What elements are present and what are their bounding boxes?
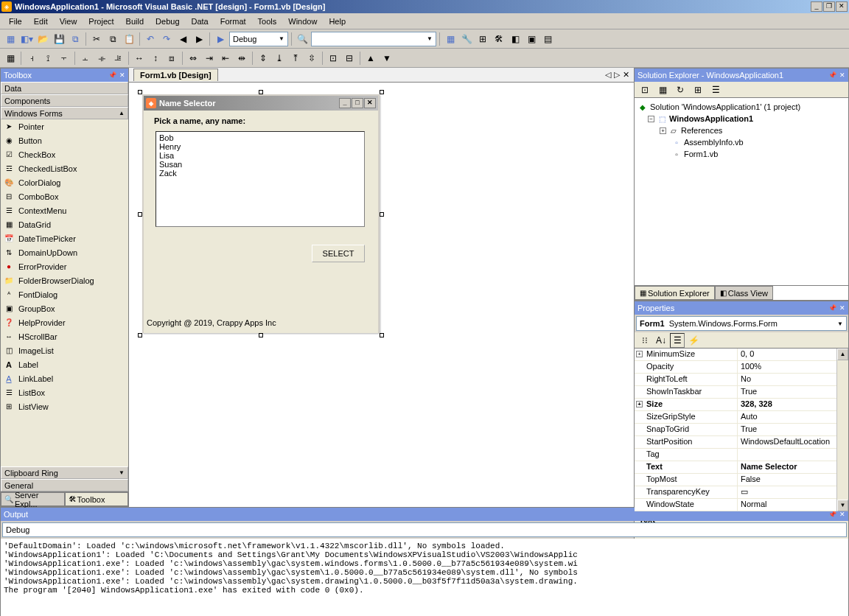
open-icon[interactable]: 📂 (35, 32, 50, 46)
property-row[interactable]: SizeGripStyleAuto (635, 411, 848, 424)
property-row[interactable]: TopMostFalse (635, 474, 848, 486)
hspace-remove-icon[interactable]: ⇹ (234, 51, 249, 66)
scroll-up-icon[interactable]: ▲ (837, 349, 848, 360)
property-grid[interactable]: ▲▼ MinimumSize+0, 0Opacity100%RightToLef… (635, 349, 848, 511)
doc-tab-form1-design[interactable]: Form1.vb [Design] (133, 69, 218, 81)
menu-edit[interactable]: Edit (28, 15, 54, 28)
close-icon[interactable]: ✕ (839, 71, 845, 79)
find-combo[interactable]: ▼ (311, 32, 436, 46)
align-bottom-icon[interactable]: ⫡ (111, 51, 125, 66)
property-row[interactable]: Opacity100% (635, 361, 848, 374)
property-row[interactable]: WindowStateNormal (635, 499, 848, 511)
toolbox-icon[interactable]: 🛠 (492, 32, 506, 46)
center-vert-icon[interactable]: ⊟ (342, 51, 357, 66)
tool-label[interactable]: ALabel (1, 357, 128, 371)
redo-icon[interactable]: ↷ (159, 32, 174, 46)
align-left-icon[interactable]: ⫞ (24, 51, 39, 66)
pin-icon[interactable]: 📌 (828, 511, 836, 518)
same-height-icon[interactable]: ↕ (148, 51, 163, 66)
properties-view-icon[interactable]: ☰ (670, 333, 685, 348)
menu-debug[interactable]: Debug (150, 15, 185, 28)
pin-icon[interactable]: 📌 (828, 71, 836, 79)
tool-folderbrowser[interactable]: 📁FolderBrowserDialog (1, 273, 128, 287)
tool-helpprovider[interactable]: ❓HelpProvider (1, 315, 128, 329)
align-grid-icon[interactable]: ▦ (3, 51, 18, 66)
config-combo[interactable]: Debug▼ (229, 32, 288, 46)
hspace-equal-icon[interactable]: ⇔ (186, 51, 200, 66)
tool-colordialog[interactable]: 🎨ColorDialog (1, 175, 128, 189)
property-row[interactable]: Size+328, 328 (635, 399, 848, 411)
add-item-icon[interactable]: ◧▾ (19, 32, 34, 46)
tool-domainupdown[interactable]: ⇅DomainUpDown (1, 245, 128, 259)
start-icon[interactable]: ▶ (213, 32, 228, 46)
tool-groupbox[interactable]: ▣GroupBox (1, 301, 128, 315)
object-browser-icon[interactable]: ⊞ (475, 32, 490, 46)
tree-form1[interactable]: ▫Form1.vb (637, 148, 845, 160)
tree-solution[interactable]: ◆Solution 'WindowsApplication1' (1 proje… (637, 101, 845, 113)
tool-imagelist[interactable]: ◫ImageList (1, 343, 128, 357)
scroll-down-icon[interactable]: ▼ (837, 500, 848, 511)
same-size-icon[interactable]: ⧈ (164, 51, 179, 66)
design-surface[interactable]: ◈ Name Selector _ □ ✕ Pick a name, any n… (129, 83, 634, 507)
tool-hscrollbar[interactable]: ↔HScrollBar (1, 329, 128, 343)
tool-errorprovider[interactable]: ●ErrorProvider (1, 259, 128, 273)
menu-data[interactable]: Data (186, 15, 214, 28)
menu-tools[interactable]: Tools (252, 15, 283, 28)
tool-checkbox[interactable]: ☑CheckBox (1, 147, 128, 161)
save-icon[interactable]: 💾 (52, 32, 66, 46)
vspace-dec-icon[interactable]: ⤒ (288, 51, 303, 66)
new-project-icon[interactable]: ▦ (3, 32, 18, 46)
vspace-remove-icon[interactable]: ⇳ (304, 51, 319, 66)
nav-next-icon[interactable]: ▷ (614, 70, 620, 80)
tree-project[interactable]: −⬚WindowsApplication1 (637, 113, 845, 125)
align-center-icon[interactable]: ⟟ (41, 51, 55, 66)
toolbox-cat-data[interactable]: Data (1, 82, 128, 94)
same-width-icon[interactable]: ↔ (132, 51, 147, 66)
view-designer-icon[interactable]: ▦ (655, 83, 670, 97)
vspace-inc-icon[interactable]: ⤓ (272, 51, 287, 66)
close-button[interactable]: ✕ (836, 1, 848, 12)
menu-view[interactable]: View (54, 15, 83, 28)
tool-linklabel[interactable]: ALinkLabel (1, 371, 128, 385)
hspace-dec-icon[interactable]: ⇤ (218, 51, 233, 66)
paste-icon[interactable]: 📋 (122, 32, 136, 46)
solution-explorer-icon[interactable]: ▦ (443, 32, 458, 46)
center-horiz-icon[interactable]: ⊡ (326, 51, 340, 66)
resource-view-icon[interactable]: ▤ (540, 32, 555, 46)
tool-pointer[interactable]: ➤Pointer (1, 119, 128, 133)
tab-class-view[interactable]: ◧Class View (715, 286, 773, 300)
select-button[interactable]: SELECT (312, 245, 365, 262)
menu-file[interactable]: File (3, 15, 28, 28)
tab-toolbox[interactable]: 🛠Toolbox (65, 492, 129, 506)
close-icon[interactable]: ✕ (119, 71, 125, 79)
tab-server-explorer[interactable]: 🔍Server Expl... (1, 492, 65, 506)
events-icon[interactable]: ⚡ (686, 333, 701, 348)
property-object-selector[interactable]: Form1System.Windows.Forms.Form▼ (636, 316, 847, 331)
property-row[interactable]: RightToLeftNo (635, 374, 848, 386)
close-icon[interactable]: ✕ (839, 304, 845, 312)
property-row[interactable]: MinimumSize+0, 0 (635, 349, 848, 361)
tool-datagrid[interactable]: ▦DataGrid (1, 217, 128, 231)
alphabetical-icon[interactable]: A↓ (654, 333, 668, 348)
copy-icon[interactable]: ⧉ (105, 32, 120, 46)
property-row[interactable]: TransparencyKey▭ (635, 486, 848, 499)
align-middle-icon[interactable]: ⟛ (94, 51, 109, 66)
toolbox-cat-clip[interactable]: Clipboard Ring▼ (1, 466, 128, 479)
tool-checkedlistbox[interactable]: ☲CheckedListBox (1, 161, 128, 175)
pin-icon[interactable]: 📌 (108, 71, 116, 79)
tree-assemblyinfo[interactable]: ▫AssemblyInfo.vb (637, 136, 845, 148)
menu-build[interactable]: Build (120, 15, 150, 28)
server-explorer-icon[interactable]: ▣ (524, 32, 539, 46)
menu-project[interactable]: Project (83, 15, 119, 28)
menu-help[interactable]: Help (323, 15, 352, 28)
tool-listbox[interactable]: ☰ListBox (1, 385, 128, 399)
menu-format[interactable]: Format (214, 15, 252, 28)
form-prompt-label[interactable]: Pick a name, any name: (154, 116, 368, 125)
undo-icon[interactable]: ↶ (143, 32, 158, 46)
pin-icon[interactable]: 📌 (828, 304, 836, 312)
doc-close-icon[interactable]: ✕ (623, 70, 629, 80)
tree-references[interactable]: +▱References (637, 125, 845, 136)
nav-prev-icon[interactable]: ◁ (605, 70, 611, 80)
tool-contextmenu[interactable]: ☰ContextMenu (1, 203, 128, 217)
refresh-icon[interactable]: ↻ (673, 83, 688, 97)
